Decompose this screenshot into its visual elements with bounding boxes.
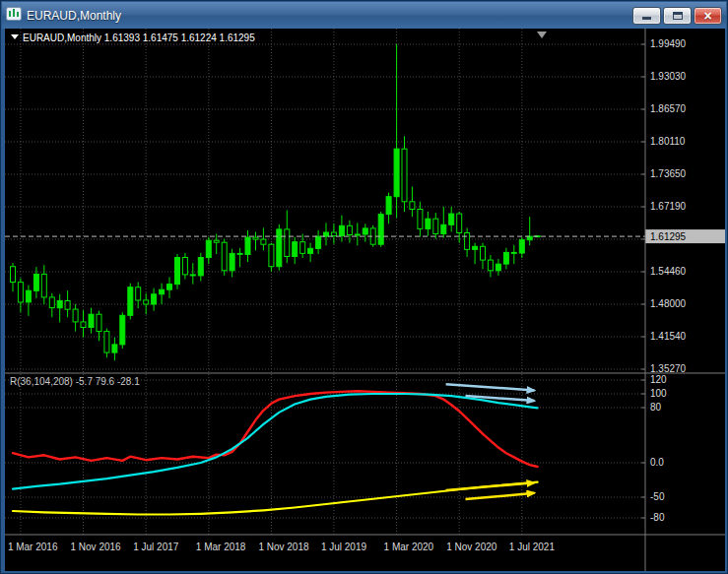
candle-body: [112, 345, 117, 352]
indicator-axis-label: 0.0: [650, 457, 664, 468]
indicator-axis-label: -50: [650, 491, 665, 502]
candle-body: [128, 287, 133, 316]
candle-body: [136, 287, 141, 300]
candle-body: [347, 225, 352, 234]
candle-body: [41, 274, 46, 297]
candle-body: [363, 228, 367, 234]
candle-body: [253, 237, 258, 239]
candle-body: [11, 267, 16, 283]
candle-body: [182, 258, 187, 275]
candle-body: [214, 240, 219, 242]
candle-body: [57, 301, 62, 308]
candle-body: [104, 332, 109, 353]
candle-body: [386, 197, 391, 215]
candle-body: [152, 294, 157, 304]
candle-body: [269, 244, 274, 267]
chart-client-area[interactable]: 1.994901.930301.865701.801101.736501.671…: [5, 29, 723, 569]
time-axis-label: 1 Jul 2021: [509, 542, 556, 552]
chart-background: [5, 29, 725, 571]
time-axis-label: 1 Nov 2016: [71, 542, 122, 552]
current-price-label: 1.61295: [650, 231, 687, 242]
chart-ohlc-label: EURAUD,Monthly 1.61393 1.61475 1.61224 1…: [23, 32, 255, 43]
price-axis-label: 1.54460: [650, 266, 687, 277]
indicator-label: R(36,104,208) -5.7 79.6 -28.1: [10, 376, 140, 387]
candle-body: [339, 225, 344, 235]
close-icon: ×: [703, 9, 711, 23]
candle-body: [33, 274, 38, 290]
time-axis-label: 1 Mar 2016: [8, 542, 58, 552]
candle-body: [277, 229, 282, 267]
window-title: EURAUD,Monthly: [27, 9, 121, 23]
candle-body: [355, 234, 360, 235]
candle-body: [465, 233, 470, 250]
candle-body: [190, 275, 195, 276]
candle-body: [473, 246, 478, 249]
candle-body: [144, 300, 149, 304]
price-axis-label: 1.99490: [650, 38, 687, 49]
time-axis-label: 1 Nov 2020: [446, 542, 497, 552]
price-axis-label: 1.41540: [650, 331, 687, 342]
window-controls: ×: [632, 7, 722, 25]
candlestick-chart-icon: [6, 7, 22, 25]
candle-body: [316, 236, 321, 248]
minimize-button[interactable]: [632, 7, 661, 25]
candle-body: [511, 252, 516, 253]
price-axis-label: 1.80110: [650, 136, 686, 147]
candle-body: [120, 315, 125, 345]
candle-body: [206, 240, 211, 257]
candle-body: [81, 322, 86, 328]
time-axis-label: 1 Jul 2019: [321, 542, 367, 552]
time-axis-label: 1 Jul 2017: [133, 542, 179, 552]
candle-body: [160, 289, 165, 294]
candle-body: [198, 258, 203, 276]
candle-body: [26, 290, 31, 302]
candle-body: [175, 258, 180, 285]
title-bar[interactable]: EURAUD,Monthly ×: [2, 2, 726, 29]
price-axis-label: 1.35270: [650, 363, 687, 374]
candle-body: [503, 252, 508, 264]
indicator-axis-label: -80: [650, 512, 665, 523]
candle-body: [308, 248, 313, 253]
candle-body: [230, 253, 234, 270]
mt4-chart-window: EURAUD,Monthly × 1.994901.930301.865701.…: [0, 0, 728, 574]
candle-body: [65, 301, 70, 310]
minimize-icon: [642, 17, 651, 20]
candle-body: [222, 242, 227, 271]
candle-body: [519, 240, 524, 253]
candle-body: [418, 210, 423, 229]
close-button[interactable]: ×: [694, 7, 722, 25]
candle-body: [245, 237, 250, 254]
candle-body: [402, 149, 407, 202]
price-axis-label: 1.86570: [650, 103, 687, 114]
candle-body: [167, 285, 172, 290]
candle-body: [331, 232, 336, 236]
candle-body: [496, 264, 500, 271]
price-axis-label: 1.73650: [650, 168, 687, 179]
candle-body: [18, 283, 23, 302]
restore-button[interactable]: [663, 7, 692, 25]
time-axis-label: 1 Mar 2020: [384, 542, 434, 552]
time-axis-label: 1 Mar 2018: [196, 542, 246, 552]
candle-body: [527, 236, 532, 240]
indicator-axis-label: 80: [650, 402, 662, 413]
candle-body: [481, 246, 486, 260]
time-axis-label: 1 Nov 2018: [258, 542, 309, 552]
candle-body: [457, 214, 462, 232]
indicator-axis-label: 100: [650, 388, 667, 399]
candle-body: [89, 314, 94, 327]
candle-body: [49, 297, 54, 308]
indicator-axis-label: 120: [650, 374, 667, 385]
candle-body: [410, 202, 415, 210]
candle-body: [441, 224, 446, 233]
chart-canvas[interactable]: 1.994901.930301.865701.801101.736501.671…: [5, 29, 725, 571]
price-axis-label: 1.67190: [650, 201, 687, 212]
candle-body: [426, 219, 430, 228]
candle-body: [300, 242, 305, 254]
candle-body: [433, 219, 438, 233]
price-axis-label: 1.48000: [650, 298, 687, 309]
candle-body: [237, 253, 242, 254]
candle-body: [97, 314, 101, 331]
candle-body: [293, 242, 298, 257]
candle-body: [488, 260, 493, 271]
candle-body: [261, 239, 266, 244]
